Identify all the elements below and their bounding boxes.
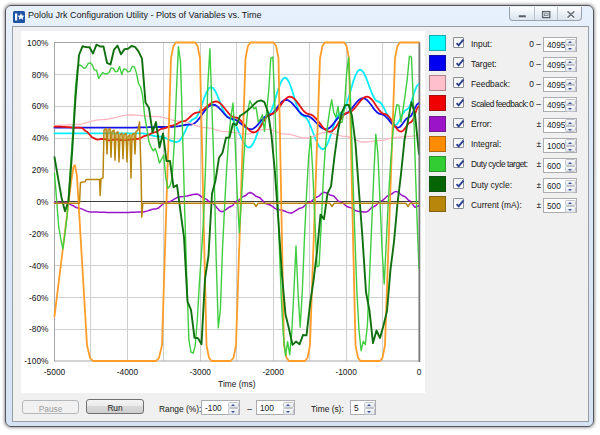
- svg-text:-80%: -80%: [29, 324, 49, 334]
- svg-text:Time (ms): Time (ms): [218, 379, 256, 389]
- svg-text:-20%: -20%: [29, 229, 49, 239]
- svg-text:0: 0: [417, 367, 422, 377]
- svg-text:-3000: -3000: [190, 367, 212, 377]
- svg-text:20%: 20%: [32, 165, 49, 175]
- svg-text:80%: 80%: [32, 70, 49, 80]
- svg-text:-2000: -2000: [262, 367, 284, 377]
- svg-text:100%: 100%: [27, 38, 49, 48]
- svg-text:-40%: -40%: [29, 261, 49, 271]
- svg-text:-4000: -4000: [117, 367, 139, 377]
- svg-text:60%: 60%: [32, 101, 49, 111]
- svg-text:-1000: -1000: [335, 367, 357, 377]
- svg-text:0%: 0%: [36, 197, 49, 207]
- svg-text:-5000: -5000: [44, 367, 66, 377]
- svg-text:-60%: -60%: [29, 293, 49, 303]
- svg-text:40%: 40%: [32, 133, 49, 143]
- svg-text:-100%: -100%: [24, 356, 49, 366]
